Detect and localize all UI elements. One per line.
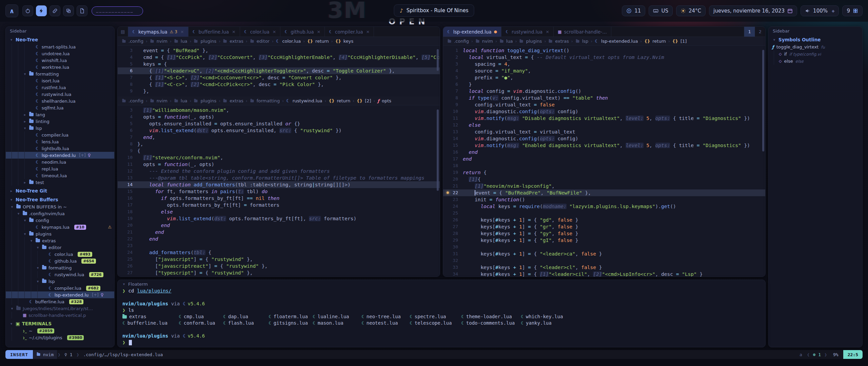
code-line[interactable]: 8}, (118, 141, 440, 147)
code-line[interactable]: 5 prefix = "●", (443, 74, 765, 81)
code-line[interactable]: 28 keys[#keys + 1] = { "gy", false } (443, 230, 765, 237)
tree-item[interactable]: ☾bufferline.lua#328 (6, 298, 114, 305)
code-line[interactable]: 7 end, (118, 134, 440, 141)
chevron-down-icon[interactable]: ▾ (23, 218, 27, 223)
tree-item[interactable]: ☾compiler.lua (6, 131, 114, 138)
close-icon[interactable]: × (366, 29, 370, 34)
code-line[interactable]: 31 keys[#keys + 1] = { "<leader>ca", fal… (443, 250, 765, 257)
file-tree[interactable]: ▾Neo-Tree☾smart-splits.lua☾undotree.lua☾… (6, 35, 114, 347)
code-line[interactable]: 16 end (443, 149, 765, 156)
close-icon[interactable]: × (180, 29, 184, 34)
code-line[interactable]: 15 for ft, formatters in pairs(t: tbl) d… (118, 188, 440, 195)
breadcrumb-symbol[interactable]: [1] (680, 39, 687, 44)
breadcrumb-symbol[interactable]: keys (343, 39, 354, 44)
scrollbar[interactable] (437, 109, 439, 191)
tree-item[interactable]: ☾keymaps.lua#10⚠ (6, 224, 114, 230)
chevron-down-icon[interactable]: ▾ (23, 126, 27, 130)
code-line[interactable]: 23 init = function() (443, 196, 765, 203)
code-line[interactable]: 8 if type(v: config.virtual_text) == "ta… (443, 95, 765, 101)
breadcrumb-dir[interactable]: formatting (257, 98, 280, 103)
tree-item[interactable]: ▸lang (6, 111, 114, 118)
tree-item[interactable]: ▾.config/nvim/lua (6, 210, 114, 217)
tree-item[interactable]: ❯_~#2859 (6, 327, 114, 334)
code-line[interactable]: 20 [1]{ (443, 176, 765, 183)
code-line[interactable]: 10 [1]"stevearc/conform.nvim", (118, 154, 440, 161)
code-line[interactable]: 9 config.virtual_text = false (443, 101, 765, 108)
launcher-logo-icon[interactable]: ∧ (5, 4, 18, 17)
code-line[interactable]: 15 vim.notify(msg: "Enabled diagnostics … (443, 142, 765, 149)
section-header-neo-tree-git[interactable]: ▸Neo-Tree Git (6, 187, 114, 195)
code-line[interactable]: 32 (443, 257, 765, 264)
tabpage-2[interactable]: 2 (755, 27, 765, 37)
code-line[interactable]: 18 else (118, 208, 440, 215)
code-line[interactable]: 29 keys[#keys + 1] = { "gI", false } (443, 237, 765, 244)
code-editor[interactable]: 3 event = { "BufRead" },4 cmd = { [1]"Cc… (118, 46, 440, 97)
tree-item[interactable]: ▾formatting (6, 264, 114, 271)
buffer-list-icon[interactable]: ▤ (118, 27, 128, 37)
chevron-right-icon[interactable]: ▸ (23, 119, 27, 124)
tree-item[interactable]: ☾timeout.lua (6, 172, 114, 179)
symbols-outline-header[interactable]: ▾ Symbols Outline (769, 36, 862, 43)
section-header-terminals[interactable]: ▾▣TERMINALS (6, 320, 114, 327)
tree-item[interactable]: ▾extras (6, 237, 114, 244)
close-icon[interactable]: × (317, 29, 320, 34)
code-line[interactable]: 1local function toggle_diag_virtext() (443, 47, 765, 54)
tray-chip[interactable]: jueves, noviembre 16, 2023 (709, 5, 797, 16)
tabpage-1[interactable]: 1 (744, 27, 754, 37)
breadcrumb-dir[interactable]: extras (230, 98, 243, 103)
chevron-down-icon[interactable]: ▾ (23, 72, 27, 76)
code-line[interactable]: 19return { (443, 169, 765, 176)
code-editor[interactable]: 3 [1]"williamboman/mason.nvim",4 opts = … (118, 105, 440, 277)
breadcrumb-dir[interactable]: plugins (526, 39, 542, 44)
copy-button[interactable] (63, 5, 74, 16)
tree-item[interactable]: ☾isort.lua (6, 77, 114, 84)
chevron-down-icon[interactable]: ▾ (36, 266, 40, 270)
tree-item[interactable]: ▦scrollbar-handle-vertical.p (6, 312, 114, 319)
tree-item[interactable]: ▾lsp (6, 125, 114, 131)
breadcrumb-dir[interactable]: plugins (200, 98, 216, 103)
code-line[interactable]: 5 keys = { (118, 61, 440, 67)
tree-item[interactable]: ▾OPEN BUFFERS in ~ (6, 203, 114, 210)
outline-item[interactable]: ◇elseelse (769, 58, 862, 65)
code-line[interactable]: 12 else (443, 122, 765, 128)
breadcrumb-symbol[interactable]: [2] (365, 98, 371, 103)
scrollbar[interactable] (762, 50, 764, 151)
code-line[interactable]: 5 opts.ensure_installed = opts.ensure_in… (118, 120, 440, 127)
breadcrumb-dir[interactable]: extras (555, 39, 569, 44)
section-header-neo-tree[interactable]: ▾Neo-Tree (6, 36, 114, 43)
breadcrumb-symbol[interactable]: opts (382, 98, 391, 103)
code-line[interactable]: 23 (118, 242, 440, 249)
tree-item[interactable]: ▾plugins (6, 230, 114, 237)
code-line[interactable]: 8 { [1]"<C-c>", [2]"<cmd>CccPick<cr>", d… (118, 81, 440, 88)
breadcrumb-dir[interactable]: nvim (157, 98, 167, 103)
tree-item[interactable]: ☾github.lua#654 (6, 258, 114, 264)
tray-chip[interactable]: 100%◆ (801, 5, 839, 16)
code-line[interactable]: 21 [1]"neovim/nvim-lspconfig", (443, 183, 765, 189)
code-line[interactable]: 27 keys[#keys + 1] = { "gr", false } (443, 223, 765, 230)
code-line[interactable]: 2 local virtual_text = { -- Default virt… (443, 54, 765, 61)
code-line[interactable]: 9 }, (118, 88, 440, 95)
tree-item[interactable]: ☾lightbulb.lua (6, 145, 114, 152)
breadcrumb-symbol[interactable]: return (315, 39, 329, 44)
code-line[interactable]: 18 (443, 162, 765, 169)
code-line[interactable]: 6 { [1]"<leader>uC", [2]"<cmd>CccHighlig… (118, 67, 440, 74)
close-icon[interactable]: × (273, 29, 276, 34)
breadcrumb-file[interactable]: lsp-extended.lua (601, 39, 638, 44)
tab-github-lua[interactable]: ☾github.lua× (280, 27, 325, 37)
breadcrumb-dir[interactable]: lua (181, 98, 188, 103)
tab-rustywind-lua[interactable]: ☾rustywind.lua× (501, 27, 554, 37)
tree-item[interactable]: ☾undotree.lua (6, 50, 114, 57)
code-line[interactable]: 10 vim.diagnostic.config(opts: config) (443, 108, 765, 115)
code-line[interactable]: 7 local config = vim.diagnostic.config() (443, 88, 765, 95)
code-line[interactable]: 13 config.virtual_text = virtual_text (443, 128, 765, 135)
tree-item[interactable]: ❯_~/.c/n/l/plugins#3980 (6, 334, 114, 341)
tree-item[interactable]: ▾lsp (6, 278, 114, 285)
code-line[interactable]: 4 opts = function(_, opts) (118, 114, 440, 120)
chevron-down-icon[interactable]: ▾ (10, 205, 14, 209)
tab-keymaps-lua[interactable]: ☾keymaps.lua⚠ 3× (128, 27, 188, 37)
code-line[interactable]: 13 ---@param tbl table<string, conform.F… (118, 175, 440, 181)
code-line[interactable]: 20 end (118, 222, 440, 229)
code-line[interactable]: 3 [1]"williamboman/mason.nvim", (118, 107, 440, 114)
scrollbar[interactable] (437, 49, 439, 71)
code-line[interactable]: 25 (443, 210, 765, 217)
